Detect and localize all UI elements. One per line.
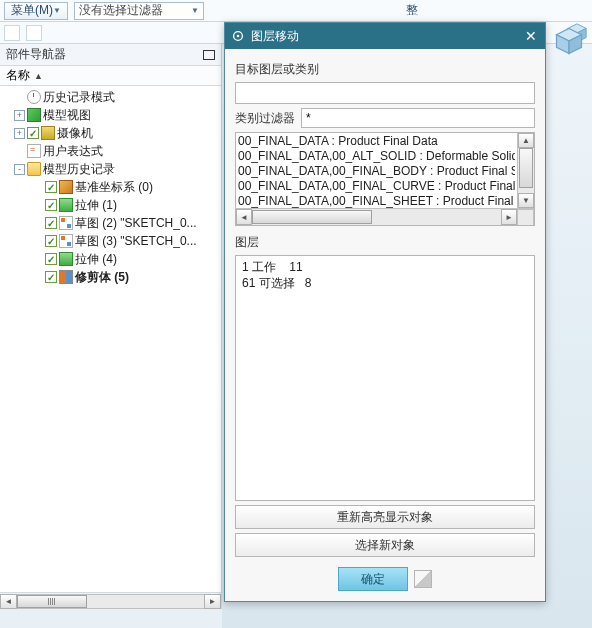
target-layer-input[interactable] (235, 82, 535, 104)
layer-listbox[interactable]: 1 工作 1161 可选择 8 (235, 255, 535, 501)
tree-node-label: 拉伸 (4) (75, 251, 117, 268)
category-list-item[interactable]: 00_FINAL_DATA,00_FINAL_CURVE : Product F… (238, 179, 515, 194)
toolbar-icon[interactable] (4, 25, 20, 41)
checkbox-checked-icon[interactable]: ✓ (45, 253, 57, 265)
collapse-icon[interactable]: - (14, 164, 25, 175)
svg-point-7 (237, 35, 240, 38)
checkbox-checked-icon[interactable]: ✓ (45, 235, 57, 247)
view-triad-icon[interactable] (554, 26, 584, 56)
scroll-right-button[interactable]: ► (204, 594, 221, 609)
tree-node[interactable]: 用户表达式 (0, 142, 221, 160)
layer-list-item[interactable]: 61 可选择 8 (242, 275, 528, 291)
tree-node-label: 用户表达式 (43, 143, 103, 160)
checkbox-checked-icon[interactable]: ✓ (45, 217, 57, 229)
dialog-body: 目标图层或类别 类别过滤器 00_FINAL_DATA : Product Fi… (225, 49, 545, 601)
scroll-up-button[interactable]: ▲ (518, 133, 534, 148)
category-filter-label: 类别过滤器 (235, 110, 295, 127)
tree-node-label: 草图 (3) "SKETCH_0... (75, 233, 197, 250)
ok-button[interactable]: 确定 (338, 567, 408, 591)
chevron-down-icon: ▼ (191, 6, 199, 15)
select-new-button[interactable]: 选择新对象 (235, 533, 535, 557)
column-name-label: 名称 (6, 67, 30, 84)
scrollbar-corner (517, 209, 534, 226)
chevron-down-icon: ▼ (53, 6, 61, 15)
checkbox-checked-icon[interactable]: ✓ (45, 271, 57, 283)
category-list-item[interactable]: 00_FINAL_DATA,00_ALT_SOLID : Deformable … (238, 149, 515, 164)
scroll-thumb[interactable] (17, 595, 87, 608)
gear-icon (231, 29, 245, 43)
tree-node-label: 修剪体 (5) (75, 269, 129, 286)
category-list-item[interactable]: 00_FINAL_DATA : Product Final Data (238, 134, 515, 149)
expand-icon[interactable]: + (14, 128, 25, 139)
tree-node[interactable]: +模型视图 (0, 106, 221, 124)
scroll-left-button[interactable]: ◄ (0, 594, 17, 609)
sketch-icon (59, 234, 73, 248)
target-layer-label: 目标图层或类别 (235, 61, 535, 78)
panel-title: 部件导航器 (6, 46, 66, 63)
menu-button[interactable]: 菜单(M) ▼ (4, 2, 68, 20)
column-header[interactable]: 名称 ▲ (0, 66, 221, 86)
part-navigator-panel: 部件导航器 名称 ▲ 历史记录模式+模型视图+✓摄像机用户表达式-模型历史记录✓… (0, 44, 222, 609)
menu-label: 菜单(M) (11, 2, 53, 19)
selection-filter-value: 没有选择过滤器 (79, 2, 163, 19)
vertical-scrollbar[interactable]: ▲ ▼ (517, 133, 534, 208)
ext-icon (59, 252, 73, 266)
tree-node-label: 草图 (2) "SKETCH_0... (75, 215, 197, 232)
scroll-thumb[interactable] (519, 148, 533, 188)
trim-icon (59, 270, 73, 284)
clock-icon (27, 90, 41, 104)
resize-grip-icon[interactable] (414, 570, 432, 588)
tree-node-label: 拉伸 (1) (75, 197, 117, 214)
top-toolbar: 菜单(M) ▼ 没有选择过滤器 ▼ 整 (0, 0, 592, 22)
scroll-thumb[interactable] (252, 210, 372, 224)
expand-icon[interactable]: + (14, 110, 25, 121)
category-list-item[interactable]: 00_FINAL_DATA,00_FINAL_BODY : Product Fi… (238, 164, 515, 179)
rehighlight-button[interactable]: 重新高亮显示对象 (235, 505, 535, 529)
scroll-left-button[interactable]: ◄ (236, 209, 252, 225)
toolbar-icon[interactable] (26, 25, 42, 41)
scroll-right-button[interactable]: ► (501, 209, 517, 225)
tree-node[interactable]: -模型历史记录 (0, 160, 221, 178)
close-button[interactable]: ✕ (523, 28, 539, 44)
category-list-item[interactable]: 00_FINAL_DATA,00_FINAL_SHEET : Product F… (238, 194, 515, 208)
tree-node[interactable]: ✓拉伸 (4) (0, 250, 221, 268)
tree-node-label: 模型视图 (43, 107, 91, 124)
tree-node-label: 模型历史记录 (43, 161, 115, 178)
cam-icon (41, 126, 55, 140)
tree-node[interactable]: 历史记录模式 (0, 88, 221, 106)
checkbox-checked-icon[interactable]: ✓ (45, 181, 57, 193)
scroll-down-button[interactable]: ▼ (518, 193, 534, 208)
panel-header: 部件导航器 (0, 44, 221, 66)
tree-node-label: 摄像机 (57, 125, 93, 142)
grip-icon (48, 598, 56, 605)
category-filter-input[interactable] (301, 108, 535, 128)
cube-icon (27, 108, 41, 122)
checkbox-checked-icon[interactable]: ✓ (45, 199, 57, 211)
sort-asc-icon: ▲ (34, 71, 43, 81)
navigator-tree[interactable]: 历史记录模式+模型视图+✓摄像机用户表达式-模型历史记录✓基准坐标系 (0)✓拉… (0, 86, 221, 592)
sketch-icon (59, 216, 73, 230)
tree-node[interactable]: ✓草图 (2) "SKETCH_0... (0, 214, 221, 232)
selection-filter-dropdown[interactable]: 没有选择过滤器 ▼ (74, 2, 204, 20)
panel-pin-icon[interactable] (203, 50, 215, 60)
tree-node-label: 历史记录模式 (43, 89, 115, 106)
csys-icon (59, 180, 73, 194)
layer-list-item[interactable]: 1 工作 11 (242, 259, 528, 275)
dialog-title: 图层移动 (251, 28, 299, 45)
scroll-track[interactable] (17, 594, 204, 609)
category-listbox[interactable]: 00_FINAL_DATA : Product Final Data00_FIN… (235, 132, 535, 226)
folder-icon (27, 162, 41, 176)
dialog-titlebar[interactable]: 图层移动 ✕ (225, 23, 545, 49)
tree-node[interactable]: ✓修剪体 (5) (0, 268, 221, 286)
tree-node[interactable]: +✓摄像机 (0, 124, 221, 142)
layer-section-label: 图层 (235, 234, 535, 251)
horizontal-scrollbar[interactable]: ◄ ► (0, 592, 221, 609)
tree-node[interactable]: ✓拉伸 (1) (0, 196, 221, 214)
tree-node[interactable]: ✓基准坐标系 (0) (0, 178, 221, 196)
checkbox-checked-icon[interactable]: ✓ (27, 127, 39, 139)
fx-icon (27, 144, 41, 158)
tree-node[interactable]: ✓草图 (3) "SKETCH_0... (0, 232, 221, 250)
tree-node-label: 基准坐标系 (0) (75, 179, 153, 196)
ext-icon (59, 198, 73, 212)
toolbar-fragment-text: 整 (406, 2, 588, 19)
